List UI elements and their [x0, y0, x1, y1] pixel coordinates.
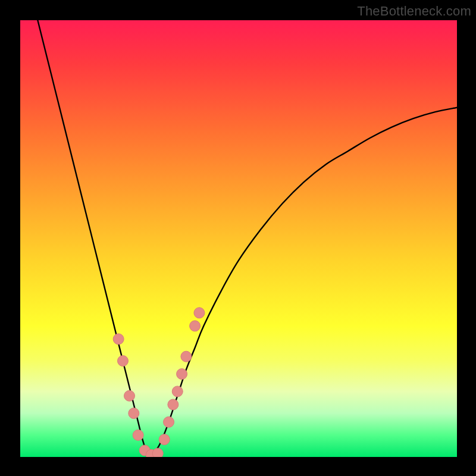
- curve-layer: [20, 20, 457, 457]
- data-marker: [177, 369, 187, 380]
- data-marker: [129, 408, 139, 419]
- plot-area: [20, 20, 457, 457]
- data-marker: [168, 399, 178, 410]
- data-marker: [172, 386, 183, 397]
- data-marker: [159, 434, 170, 445]
- data-marker: [124, 390, 135, 401]
- chart-frame: TheBottleneck.com: [0, 0, 476, 476]
- data-marker: [190, 321, 201, 331]
- curve-left-branch: [37, 20, 151, 457]
- data-marker: [164, 416, 174, 427]
- data-marker: [133, 430, 143, 440]
- data-marker: [152, 448, 163, 457]
- data-marker: [113, 334, 124, 345]
- data-marker: [117, 356, 128, 367]
- curve-right-branch: [151, 108, 457, 457]
- data-marker: [181, 351, 192, 362]
- data-marker: [194, 308, 205, 318]
- watermark-text: TheBottleneck.com: [357, 4, 471, 19]
